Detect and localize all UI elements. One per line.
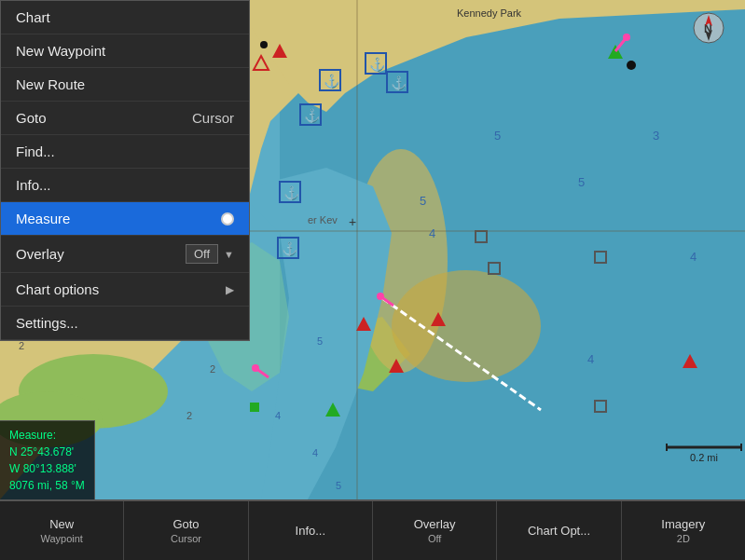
toolbar-btn-new-waypoint[interactable]: New Waypoint — [0, 501, 124, 560]
info-line1: Measure: — [9, 427, 85, 444]
menu-item-goto-cursor[interactable]: Goto Cursor — [1, 102, 249, 135]
toolbar-btn-sublabel-goto-cursor: Cursor — [171, 533, 201, 544]
info-line3: W 80°13.888' — [9, 460, 85, 477]
toolbar-btn-label-info: Info... — [296, 524, 326, 538]
svg-text:⚓: ⚓ — [391, 75, 407, 91]
overlay-value[interactable]: Off — [186, 244, 218, 264]
menu-item-info[interactable]: Info... — [1, 169, 249, 202]
svg-point-46 — [260, 41, 268, 48]
overlay-control: Off ▼ — [186, 244, 234, 264]
menu-label-settings: Settings... — [16, 315, 78, 331]
radio-icon — [221, 212, 234, 225]
svg-text:5: 5 — [336, 480, 341, 491]
svg-text:5: 5 — [317, 335, 323, 347]
menu-label-chart-options: Chart options — [16, 281, 99, 297]
svg-text:4: 4 — [429, 226, 435, 240]
menu-item-settings[interactable]: Settings... — [1, 307, 249, 340]
bottom-toolbar: New Waypoint Goto Cursor Info... Overlay… — [0, 499, 745, 560]
svg-text:4: 4 — [312, 447, 318, 458]
menu-label-info: Info... — [16, 177, 51, 193]
info-panel: Measure: N 25°43.678' W 80°13.888' 8076 … — [0, 420, 95, 499]
svg-text:+: + — [349, 214, 356, 229]
svg-text:0.2 mi: 0.2 mi — [690, 452, 718, 463]
toolbar-btn-label-overlay: Overlay — [414, 517, 456, 531]
svg-text:4: 4 — [690, 250, 697, 264]
menu-item-measure[interactable]: Measure — [1, 202, 249, 236]
toolbar-btn-info[interactable]: Info... — [249, 501, 373, 560]
menu-label-measure: Measure — [16, 211, 70, 226]
toolbar-btn-sublabel-new-waypoint: Waypoint — [40, 533, 82, 544]
svg-text:5: 5 — [420, 194, 426, 208]
toolbar-btn-label-new-waypoint: New — [49, 517, 74, 531]
svg-text:⚓: ⚓ — [304, 108, 321, 124]
toolbar-btn-goto-cursor[interactable]: Goto Cursor — [124, 501, 248, 560]
svg-point-45 — [627, 61, 636, 70]
svg-rect-34 — [250, 403, 259, 412]
chevron-down-icon: ▼ — [224, 249, 234, 260]
menu-item-new-waypoint[interactable]: New Waypoint — [1, 34, 249, 68]
svg-point-42 — [252, 364, 259, 372]
toolbar-btn-label-chart-opt: Chart Opt... — [528, 524, 590, 538]
info-line2: N 25°43.678' — [9, 444, 85, 460]
svg-text:er Kev: er Kev — [308, 214, 338, 225]
context-menu: ChartNew WaypointNew Route Goto Cursor F… — [0, 0, 250, 341]
svg-text:4: 4 — [275, 410, 281, 421]
menu-item-new-route[interactable]: New Route — [1, 68, 249, 102]
menu-label-new-route: New Route — [16, 76, 85, 92]
svg-text:⚓: ⚓ — [282, 241, 298, 257]
toolbar-btn-label-goto-cursor: Goto — [172, 517, 199, 531]
submenu-arrow-icon: ▶ — [226, 283, 234, 296]
svg-text:⚓: ⚓ — [369, 57, 386, 73]
svg-text:2: 2 — [186, 410, 192, 421]
menu-label-new-waypoint: New Waypoint — [16, 43, 105, 59]
toolbar-btn-overlay[interactable]: Overlay Off — [373, 501, 497, 560]
svg-text:3: 3 — [653, 129, 659, 143]
menu-label-chart: Chart — [16, 9, 50, 25]
toolbar-btn-sublabel-overlay: Off — [428, 533, 441, 544]
menu-item-find[interactable]: Find... — [1, 135, 249, 169]
menu-label-goto-cursor: Goto — [16, 110, 47, 126]
svg-text:2: 2 — [210, 363, 215, 375]
menu-label-overlay: Overlay — [16, 246, 64, 262]
svg-text:4: 4 — [587, 352, 594, 366]
menu-label-find: Find... — [16, 143, 55, 159]
svg-text:5: 5 — [578, 175, 585, 189]
toolbar-btn-sublabel-imagery: 2D — [677, 533, 690, 544]
toolbar-btn-label-imagery: Imagery — [661, 517, 705, 531]
menu-shortcut-goto-cursor: Cursor — [192, 110, 234, 126]
svg-text:⚓: ⚓ — [324, 74, 340, 89]
menu-item-chart-options[interactable]: Chart options ▶ — [1, 273, 249, 307]
svg-point-40 — [377, 293, 384, 300]
svg-point-9 — [392, 270, 541, 382]
menu-item-chart[interactable]: Chart — [1, 1, 249, 34]
svg-text:Kennedy Park: Kennedy Park — [457, 7, 522, 19]
svg-text:⚓: ⚓ — [283, 185, 300, 201]
toolbar-btn-imagery[interactable]: Imagery 2D — [622, 501, 745, 560]
svg-point-44 — [623, 34, 630, 41]
svg-text:5: 5 — [494, 129, 501, 143]
svg-text:2: 2 — [19, 340, 24, 351]
info-line4: 8076 mi, 58 °M — [9, 477, 85, 494]
menu-item-overlay[interactable]: Overlay Off ▼ — [1, 236, 249, 273]
toolbar-btn-chart-opt[interactable]: Chart Opt... — [497, 501, 621, 560]
